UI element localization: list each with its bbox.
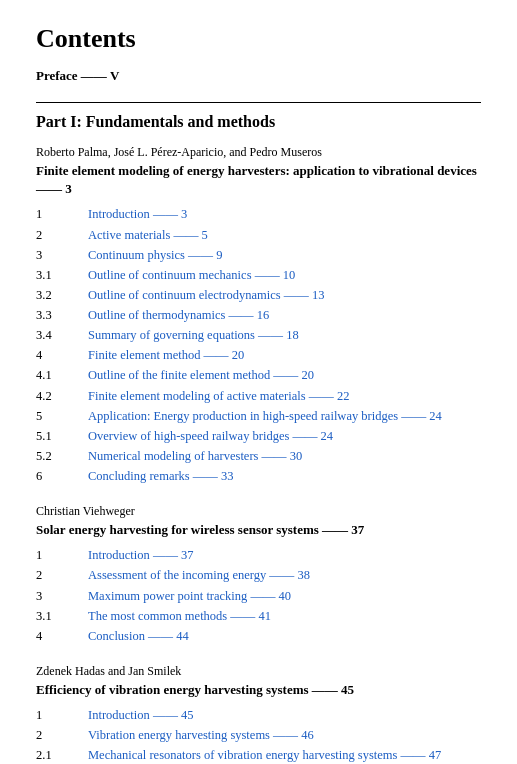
author-line-3: Zdenek Hadas and Jan Smilek <box>36 664 481 679</box>
toc-link[interactable]: Outline of the finite element method —— … <box>88 368 314 382</box>
table-row: 1Introduction —— 3 <box>36 204 481 224</box>
toc-entry[interactable]: Finite element method —— 20 <box>88 345 481 365</box>
toc-entry[interactable]: Outline of continuum electrodynamics —— … <box>88 285 481 305</box>
toc-entry[interactable]: Assessment of the incoming energy —— 38 <box>88 565 481 585</box>
table-row: 2.1Mechanical resonators of vibration en… <box>36 745 481 764</box>
table-row: 3Continuum physics —— 9 <box>36 245 481 265</box>
table-row: 3Maximum power point tracking —— 40 <box>36 586 481 606</box>
toc-entry[interactable]: Concluding remarks —— 33 <box>88 466 481 486</box>
toc-link[interactable]: Maximum power point tracking —— 40 <box>88 589 291 603</box>
chapter-title-2: Solar energy harvesting for wireless sen… <box>36 521 481 539</box>
table-row: 3.1Outline of continuum mechanics —— 10 <box>36 265 481 285</box>
toc-table-3: 1Introduction —— 452Vibration energy har… <box>36 705 481 764</box>
toc-num: 2 <box>36 725 88 745</box>
toc-entry[interactable]: Overview of high-speed railway bridges —… <box>88 426 481 446</box>
section-block-2: Christian Viehweger Solar energy harvest… <box>36 504 481 646</box>
toc-num: 3.2 <box>36 285 88 305</box>
table-row: 2Active materials —— 5 <box>36 225 481 245</box>
table-row: 5Application: Energy production in high-… <box>36 406 481 426</box>
toc-entry[interactable]: Vibration energy harvesting systems —— 4… <box>88 725 481 745</box>
section-block-1: Roberto Palma, José L. Pérez-Aparicio, a… <box>36 145 481 486</box>
table-row: 3.4Summary of governing equations —— 18 <box>36 325 481 345</box>
toc-entry[interactable]: Summary of governing equations —— 18 <box>88 325 481 345</box>
toc-num: 3 <box>36 586 88 606</box>
toc-link[interactable]: Introduction —— 45 <box>88 708 194 722</box>
toc-num: 1 <box>36 545 88 565</box>
toc-table-1: 1Introduction —— 32Active materials —— 5… <box>36 204 481 486</box>
toc-entry[interactable]: Outline of continuum mechanics —— 10 <box>88 265 481 285</box>
table-row: 4Conclusion —— 44 <box>36 626 481 646</box>
toc-link[interactable]: Active materials —— 5 <box>88 228 208 242</box>
toc-entry[interactable]: Active materials —— 5 <box>88 225 481 245</box>
toc-num: 5.1 <box>36 426 88 446</box>
toc-num: 4 <box>36 626 88 646</box>
toc-link[interactable]: Continuum physics —— 9 <box>88 248 222 262</box>
toc-link[interactable]: Outline of continuum electrodynamics —— … <box>88 288 324 302</box>
preface-line: Preface —— V <box>36 68 481 84</box>
toc-link[interactable]: Finite element method —— 20 <box>88 348 244 362</box>
toc-link[interactable]: Outline of thermodynamics —— 16 <box>88 308 269 322</box>
toc-entry[interactable]: Maximum power point tracking —— 40 <box>88 586 481 606</box>
table-row: 2Vibration energy harvesting systems —— … <box>36 725 481 745</box>
table-row: 5.2Numerical modeling of harvesters —— 3… <box>36 446 481 466</box>
toc-num: 3.1 <box>36 265 88 285</box>
table-row: 1Introduction —— 45 <box>36 705 481 725</box>
toc-num: 4.2 <box>36 386 88 406</box>
toc-link[interactable]: Numerical modeling of harvesters —— 30 <box>88 449 302 463</box>
table-row: 3.2Outline of continuum electrodynamics … <box>36 285 481 305</box>
toc-entry[interactable]: Mechanical resonators of vibration energ… <box>88 745 481 764</box>
toc-entry[interactable]: Numerical modeling of harvesters —— 30 <box>88 446 481 466</box>
table-row: 4Finite element method —— 20 <box>36 345 481 365</box>
toc-num: 3.3 <box>36 305 88 325</box>
toc-entry[interactable]: Continuum physics —— 9 <box>88 245 481 265</box>
toc-num: 2 <box>36 565 88 585</box>
toc-entry[interactable]: Conclusion —— 44 <box>88 626 481 646</box>
toc-link[interactable]: Introduction —— 3 <box>88 207 187 221</box>
table-row: 3.1The most common methods —— 41 <box>36 606 481 626</box>
toc-num: 5.2 <box>36 446 88 466</box>
part-title: Part I: Fundamentals and methods <box>36 102 481 131</box>
table-row: 4.1Outline of the finite element method … <box>36 365 481 385</box>
toc-table-2: 1Introduction —— 372Assessment of the in… <box>36 545 481 646</box>
toc-entry[interactable]: Outline of the finite element method —— … <box>88 365 481 385</box>
toc-entry[interactable]: Outline of thermodynamics —— 16 <box>88 305 481 325</box>
table-row: 1Introduction —— 37 <box>36 545 481 565</box>
toc-link[interactable]: Outline of continuum mechanics —— 10 <box>88 268 295 282</box>
toc-entry[interactable]: Introduction —— 3 <box>88 204 481 224</box>
toc-num: 3 <box>36 245 88 265</box>
toc-num: 4 <box>36 345 88 365</box>
chapter-title-3: Efficiency of vibration energy harvestin… <box>36 681 481 699</box>
toc-entry[interactable]: Finite element modeling of active materi… <box>88 386 481 406</box>
toc-link[interactable]: Summary of governing equations —— 18 <box>88 328 299 342</box>
toc-entry[interactable]: Introduction —— 45 <box>88 705 481 725</box>
toc-num: 5 <box>36 406 88 426</box>
toc-link[interactable]: Application: Energy production in high-s… <box>88 409 442 423</box>
table-row: 5.1Overview of high-speed railway bridge… <box>36 426 481 446</box>
toc-num: 6 <box>36 466 88 486</box>
toc-link[interactable]: Concluding remarks —— 33 <box>88 469 233 483</box>
table-row: 3.3Outline of thermodynamics —— 16 <box>36 305 481 325</box>
toc-num: 2.1 <box>36 745 88 764</box>
toc-entry[interactable]: Introduction —— 37 <box>88 545 481 565</box>
toc-link[interactable]: Assessment of the incoming energy —— 38 <box>88 568 310 582</box>
toc-link[interactable]: Mechanical resonators of vibration energ… <box>88 748 441 762</box>
toc-num: 3.1 <box>36 606 88 626</box>
toc-link[interactable]: The most common methods —— 41 <box>88 609 271 623</box>
toc-entry[interactable]: The most common methods —— 41 <box>88 606 481 626</box>
toc-link[interactable]: Conclusion —— 44 <box>88 629 189 643</box>
toc-link[interactable]: Introduction —— 37 <box>88 548 194 562</box>
author-line-2: Christian Viehweger <box>36 504 481 519</box>
author-line-1: Roberto Palma, José L. Pérez-Aparicio, a… <box>36 145 481 160</box>
toc-link[interactable]: Finite element modeling of active materi… <box>88 389 349 403</box>
toc-entry[interactable]: Application: Energy production in high-s… <box>88 406 481 426</box>
page-title: Contents <box>36 24 481 54</box>
toc-num: 3.4 <box>36 325 88 345</box>
toc-link[interactable]: Overview of high-speed railway bridges —… <box>88 429 333 443</box>
table-row: 2Assessment of the incoming energy —— 38 <box>36 565 481 585</box>
table-row: 6Concluding remarks —— 33 <box>36 466 481 486</box>
toc-link[interactable]: Vibration energy harvesting systems —— 4… <box>88 728 314 742</box>
toc-num: 1 <box>36 705 88 725</box>
section-block-3: Zdenek Hadas and Jan Smilek Efficiency o… <box>36 664 481 764</box>
chapter-title-1: Finite element modeling of energy harves… <box>36 162 481 198</box>
toc-num: 2 <box>36 225 88 245</box>
